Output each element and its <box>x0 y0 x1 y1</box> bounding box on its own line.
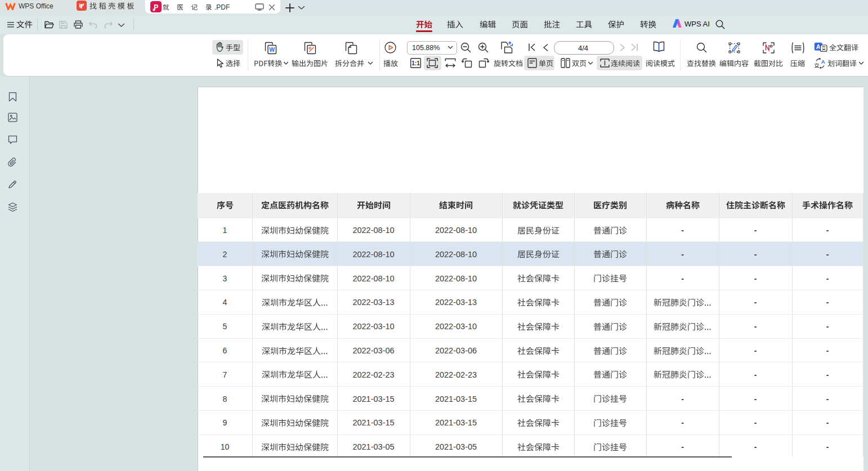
svg-text:A: A <box>816 43 821 50</box>
svg-text:P: P <box>154 3 158 11</box>
svg-text:1:1: 1:1 <box>411 60 420 66</box>
svg-text:W: W <box>269 46 275 53</box>
svg-text:A: A <box>821 59 825 65</box>
